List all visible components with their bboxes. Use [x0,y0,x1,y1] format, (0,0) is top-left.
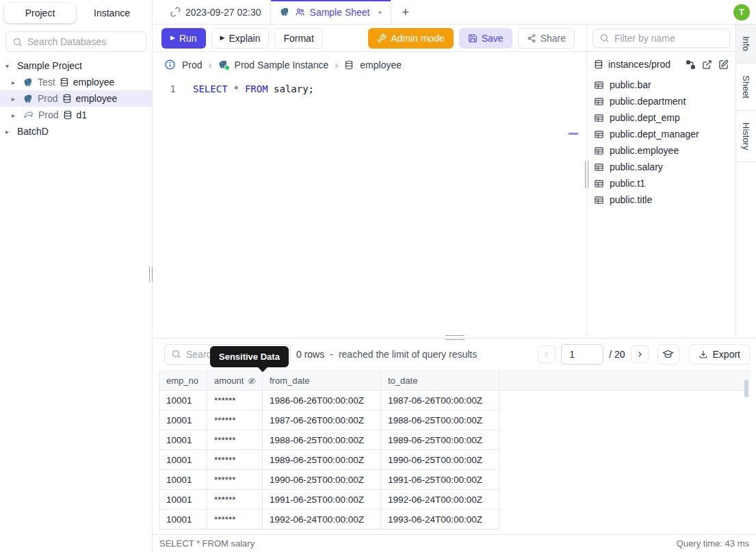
cell-filler [499,450,751,470]
table-list-item[interactable]: public.t1 [587,175,735,192]
new-tab-button[interactable]: + [391,0,419,24]
next-page-button[interactable] [631,345,649,363]
cell[interactable]: ****** [207,490,263,510]
page-total: / 20 [609,349,625,360]
search-icon [12,37,23,47]
sidebar-resize-handle[interactable] [149,267,153,282]
sql-editor[interactable]: 1 SELECT * FROM salary; [153,77,586,338]
results-toolbar: 0 rows - reached the limit of query resu… [153,339,756,369]
run-button[interactable]: ▶ Run [161,28,206,49]
database-search[interactable] [5,31,146,52]
cell[interactable]: 1989-06-25T00:00:00Z [263,450,381,470]
info-icon[interactable] [164,59,176,70]
cell[interactable]: ****** [207,391,263,410]
panel-resize-handle[interactable] [585,161,588,188]
table-filter-input[interactable] [614,33,723,44]
cell[interactable]: 10001 [159,410,207,430]
cell[interactable]: 1991-06-25T00:00:00Z [263,490,381,510]
table-list-item[interactable]: public.title [587,192,735,208]
cell[interactable]: 1987-06-26T00:00:00Z [263,410,381,430]
column-header-amount[interactable]: amount [207,371,263,391]
table-list-item[interactable]: public.department [587,93,735,109]
cell[interactable]: 10001 [159,470,207,490]
sidebar-tab-project[interactable]: Project [4,3,76,23]
column-header-to_date[interactable]: to_date [381,371,499,391]
schema-diagram-icon[interactable] [686,60,696,70]
sheet-tab-unsaved[interactable]: 2023-09-27 02:30 [161,0,271,24]
database-icon [62,94,72,103]
column-header-from_date[interactable]: from_date [263,371,381,391]
team-icon [295,7,305,17]
cell[interactable]: 10001 [159,450,207,470]
share-button[interactable]: Share [518,28,575,49]
cell[interactable]: 10001 [159,391,207,410]
admin-mode-button[interactable]: Admin mode [368,28,454,49]
cell[interactable]: 1989-06-25T00:00:00Z [381,430,499,450]
breadcrumb-environment[interactable]: Prod [182,60,203,70]
sql-code-line[interactable]: SELECT * FROM salary; [176,83,314,338]
mysql-icon [23,109,34,120]
export-button[interactable]: Export [689,344,750,365]
rows-info: 0 rows - reached the limit of query resu… [296,349,477,360]
table-list-item[interactable]: public.bar [587,77,735,93]
breadcrumb-database[interactable]: employee [360,60,402,70]
cell[interactable]: 1991-06-25T00:00:00Z [381,470,499,490]
sheet-tab-sample-sheet[interactable]: Sample Sheet ● [271,0,391,24]
cell[interactable]: 1988-06-25T00:00:00Z [381,410,499,430]
results-scrollbar[interactable] [744,380,748,397]
cell[interactable]: ****** [207,410,263,430]
tree-item-prod-employee[interactable]: ▸ Prod employee [0,90,152,107]
side-tab-sheet[interactable]: Sheet [736,64,756,111]
postgres-icon [218,60,229,70]
cell[interactable]: ****** [207,430,263,450]
table-filter[interactable] [592,29,730,48]
save-button[interactable]: Save [459,28,512,49]
edit-icon[interactable] [718,60,729,70]
tree-item-batchd[interactable]: ▸ BatchD [0,123,152,140]
side-tab-history[interactable]: History [736,111,756,162]
cell[interactable]: 1992-06-24T00:00:00Z [381,490,499,510]
masking-reason-button[interactable] [657,344,679,365]
save-icon [468,34,478,43]
cell[interactable]: ****** [207,510,263,529]
column-header-emp_no[interactable]: emp_no [159,371,207,391]
cell[interactable]: 1992-06-24T00:00:00Z [263,510,381,529]
table-list-item[interactable]: public.dept_manager [587,126,735,142]
cell[interactable]: 1993-06-24T00:00:00Z [381,510,499,529]
table-list-item[interactable]: public.employee [587,142,735,159]
avatar[interactable]: T [733,4,750,21]
database-search-input[interactable] [27,36,140,47]
cell[interactable]: 1987-06-26T00:00:00Z [381,391,499,410]
caret-right-icon: ▸ [12,95,19,103]
prev-page-button[interactable] [538,345,556,363]
cell[interactable]: ****** [207,450,263,470]
editor-overview-ruler-mark [569,133,578,135]
cell[interactable]: 1990-06-25T00:00:00Z [381,450,499,470]
unlink-icon [170,7,181,17]
table-list-item[interactable]: public.dept_emp [587,109,735,126]
explain-button[interactable]: ▶ Explain [211,28,270,49]
database-label: employee [76,93,118,104]
page-input[interactable] [561,344,603,365]
sidebar-tab-instance[interactable]: Instance [76,3,148,23]
cell[interactable]: 10001 [159,490,207,510]
cell[interactable]: 1986-06-26T00:00:00Z [263,391,381,410]
cell[interactable]: 10001 [159,510,207,529]
cell[interactable]: 1988-06-25T00:00:00Z [263,430,381,450]
breadcrumb-instance[interactable]: Prod Sample Instance [235,60,329,70]
cell[interactable]: 1990-06-25T00:00:00Z [263,470,381,490]
tree-item-prod-d1[interactable]: ▸ Prod d1 [0,107,152,123]
table-grid-icon [594,146,604,156]
executed-sql: SELECT * FROM salary [159,538,255,549]
tree-item-sample-project[interactable]: ▾ Sample Project [0,57,152,74]
cell[interactable]: ****** [207,470,263,490]
database-icon [594,60,603,69]
database-label: employee [73,77,115,88]
table-list-item[interactable]: public.salary [587,159,735,175]
external-link-icon[interactable] [702,60,712,70]
format-button[interactable]: Format [274,28,322,49]
cell[interactable]: 10001 [159,430,207,450]
side-tab-info[interactable]: Info [736,25,756,64]
environment-label: Prod [38,109,59,120]
tree-item-test-employee[interactable]: ▸ Test employee [0,74,152,90]
